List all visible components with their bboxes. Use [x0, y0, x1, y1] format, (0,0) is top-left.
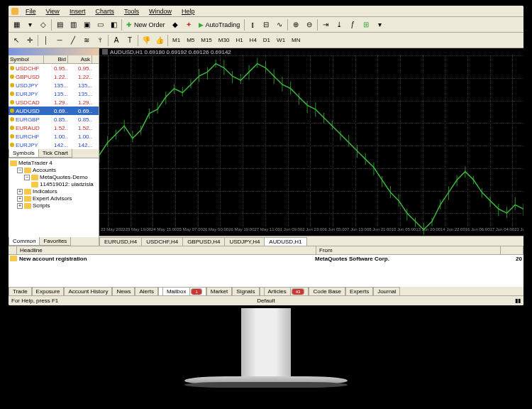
tab-symbols[interactable]: Symbols [9, 149, 39, 158]
dropdown-icon[interactable]: ▾ [23, 18, 36, 31]
profiles-icon[interactable]: ◇ [37, 18, 50, 31]
tf-m30[interactable]: M30 [216, 36, 233, 45]
menu-tools[interactable]: Tools [120, 7, 143, 16]
price-chart [99, 55, 523, 243]
market-row-usdchf[interactable]: USDCHF0.95..0.95.. [9, 64, 99, 72]
strategy-tester-icon[interactable]: ◧ [107, 18, 120, 31]
tab-mailbox[interactable]: Mailbox1 [158, 287, 206, 295]
col-from[interactable]: From [316, 246, 501, 254]
mql-icon[interactable]: ◆ [169, 18, 182, 31]
col-ask[interactable]: Ask [68, 55, 92, 63]
cursor-icon[interactable]: ↖ [10, 34, 23, 47]
hline-icon[interactable]: ─ [53, 34, 66, 47]
chartshift-icon[interactable]: ⤓ [333, 18, 345, 31]
templates-icon[interactable]: ▾ [373, 18, 386, 31]
periods-icon[interactable]: ⊞ [360, 18, 372, 31]
tab-common[interactable]: Common [9, 237, 40, 246]
tf-mn[interactable]: MN [289, 36, 303, 45]
vline-icon[interactable]: │ [40, 34, 52, 47]
text-icon[interactable]: A [110, 34, 123, 47]
tab-alerts[interactable]: Alerts [135, 287, 157, 295]
tab-tickchart[interactable]: Tick Chart [38, 149, 72, 158]
expert-icon[interactable]: ✦ [182, 18, 195, 31]
nav-indicators[interactable]: +Indicators [10, 188, 97, 195]
terminal-icon[interactable]: ▭ [94, 18, 106, 31]
new-chart-icon[interactable]: ▦ [10, 18, 23, 31]
tf-m5[interactable]: M5 [184, 36, 197, 45]
mail-from: MetaQuotes Software Corp. [315, 256, 499, 262]
crosshair-icon[interactable]: ✛ [23, 34, 36, 47]
market-row-usdcad[interactable]: USDCAD1.29..1.29.. [9, 98, 99, 107]
mailbox-row[interactable]: New account registration MetaQuotes Soft… [9, 255, 523, 263]
col-bid[interactable]: Bid [44, 55, 68, 63]
menu-insert[interactable]: Insert [65, 7, 90, 16]
nav-root[interactable]: MetaTrader 4 [10, 160, 97, 167]
market-row-eurjpy[interactable]: EURJPY142...142... [9, 141, 99, 149]
market-row-eurchf[interactable]: EURCHF1.00..1.00.. [9, 132, 99, 141]
chart-dropdown-icon[interactable] [102, 49, 108, 55]
statusbar-profile[interactable]: Default [257, 298, 275, 304]
tab-articles[interactable]: Articles43 [260, 287, 309, 295]
market-row-usdjpy[interactable]: USDJPY135...135... [9, 81, 99, 89]
menu-view[interactable]: View [42, 7, 64, 16]
market-row-audusd[interactable]: AUDUSD0.69..0.69.. [9, 107, 99, 115]
menu-help[interactable]: Help [177, 7, 199, 16]
channel-icon[interactable]: ≋ [80, 34, 93, 47]
fibo-icon[interactable]: ⫯ [94, 34, 106, 47]
line-chart-icon[interactable]: ∿ [273, 18, 286, 31]
zoom-out-icon[interactable]: ⊖ [303, 18, 316, 31]
autotrading-button[interactable]: ▶AutoTrading [196, 18, 243, 31]
market-row-gbpusd[interactable]: GBPUSD1.22..1.22.. [9, 72, 99, 81]
bar-chart-icon[interactable]: ⫿ [246, 18, 259, 31]
tab-news[interactable]: News [112, 287, 135, 295]
col-date[interactable] [501, 246, 523, 254]
market-row-eurjpy[interactable]: EURJPY135...135... [9, 89, 99, 98]
tab-journal[interactable]: Journal [373, 287, 400, 295]
zoom-in-icon[interactable]: ⊕ [289, 18, 302, 31]
market-row-euraud[interactable]: EURAUD1.52..1.52.. [9, 124, 99, 132]
label-icon[interactable]: T [123, 34, 136, 47]
tf-m15[interactable]: M15 [198, 36, 215, 45]
expand-icon[interactable]: + [17, 189, 23, 195]
tab-market[interactable]: Market [206, 287, 232, 295]
candle-chart-icon[interactable]: ⊟ [260, 18, 272, 31]
navigator-icon[interactable]: ▣ [80, 18, 93, 31]
tab-history[interactable]: Account History [64, 287, 112, 295]
menu-file[interactable]: File [21, 7, 40, 16]
nav-broker[interactable]: −MetaQuotes-Demo [10, 174, 97, 181]
autoscroll-icon[interactable]: ⇥ [319, 18, 332, 31]
col-symbol[interactable]: Symbol [9, 55, 44, 63]
nav-account[interactable]: 114519012: uladzisla [10, 181, 97, 188]
indicators-icon[interactable]: ƒ [346, 18, 359, 31]
col-headline[interactable]: Headline [17, 246, 316, 254]
tab-experts[interactable]: Experts [345, 287, 373, 295]
expand-icon[interactable]: + [17, 203, 23, 209]
tf-m1[interactable]: M1 [170, 36, 183, 45]
tf-w1[interactable]: W1 [274, 36, 288, 45]
tf-h4[interactable]: H4 [247, 36, 260, 45]
thumbs-up-icon[interactable]: 👍 [153, 34, 166, 47]
nav-experts[interactable]: +Expert Advisors [10, 195, 97, 202]
collapse-icon[interactable]: − [24, 175, 30, 180]
tab-favorites[interactable]: Favorites [39, 237, 71, 246]
tab-signals[interactable]: Signals [232, 287, 259, 295]
tab-codebase[interactable]: Code Base [309, 287, 345, 295]
trendline-icon[interactable]: ╱ [67, 34, 79, 47]
tf-h1[interactable]: H1 [233, 36, 245, 45]
tf-d1[interactable]: D1 [260, 36, 273, 45]
data-window-icon[interactable]: ▥ [67, 18, 79, 31]
tab-trade[interactable]: Trade [9, 287, 32, 295]
market-watch-icon[interactable]: ▤ [53, 18, 66, 31]
connection-icon[interactable]: ▮▮ [515, 298, 521, 304]
new-order-button[interactable]: ✚New Order [123, 18, 168, 31]
menu-window[interactable]: Window [145, 7, 176, 16]
nav-scripts[interactable]: +Scripts [10, 202, 97, 209]
thumbs-down-icon[interactable]: 👎 [140, 34, 153, 47]
tab-exposure[interactable]: Exposure [32, 287, 65, 295]
menu-charts[interactable]: Charts [91, 7, 118, 16]
collapse-icon[interactable]: − [17, 168, 23, 173]
expand-icon[interactable]: + [17, 196, 23, 202]
chart-canvas[interactable]: 23 May 202223 May 19:0024 May 15:0025 Ma… [99, 55, 523, 236]
nav-accounts[interactable]: −Accounts [10, 167, 97, 174]
market-row-eurgbp[interactable]: EURGBP0.85..0.85.. [9, 115, 99, 124]
